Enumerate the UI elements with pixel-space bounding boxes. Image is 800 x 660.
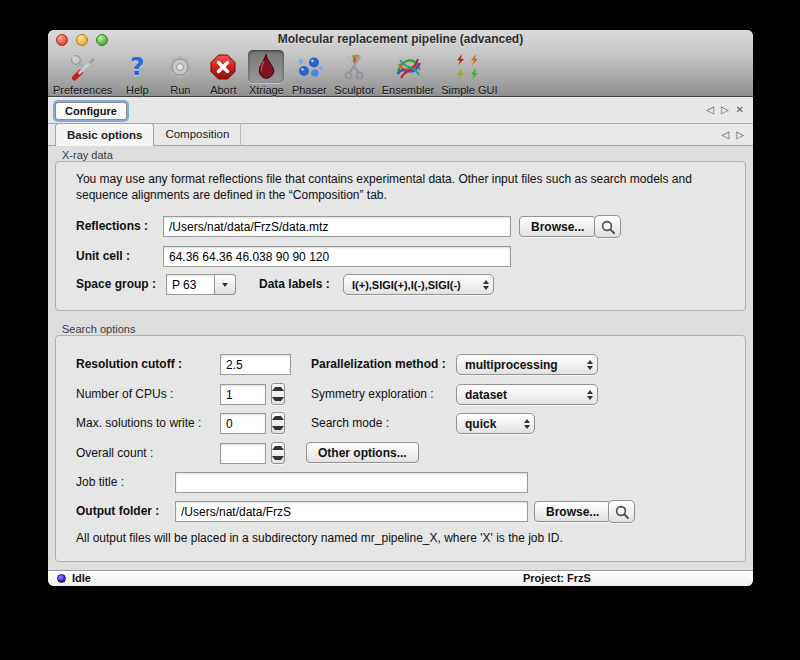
tab-basic-options[interactable]: Basic options xyxy=(55,123,154,146)
document-tab-row: Configure ◁ ▷ ✕ xyxy=(48,97,753,124)
space-group-label: Space group : xyxy=(76,277,156,291)
space-group-input[interactable] xyxy=(166,274,215,295)
search-group-box: Resolution cutoff : Parallelization meth… xyxy=(55,335,746,562)
search-mode-label: Search mode : xyxy=(311,416,389,430)
data-labels-label: Data labels : xyxy=(259,277,330,291)
nav-prev-icon[interactable]: ◁ xyxy=(706,105,714,115)
toolbar-label: Sculptor xyxy=(334,84,374,96)
resolution-cutoff-label: Resolution cutoff : xyxy=(76,357,182,371)
number-of-cpus-label: Number of CPUs : xyxy=(76,387,173,401)
unit-cell-label: Unit cell : xyxy=(76,249,130,263)
max-solutions-input[interactable] xyxy=(220,413,266,434)
overall-count-label: Overall count : xyxy=(76,446,153,460)
toolbar-button-phaser[interactable]: Phaser xyxy=(291,50,327,96)
toolbar-label: Xtriage xyxy=(249,84,284,96)
max-solutions-label: Max. solutions to write : xyxy=(76,416,201,430)
toolbar-button-xtriage[interactable]: Xtriage xyxy=(248,50,284,96)
document-tab-nav: ◁ ▷ ✕ xyxy=(706,97,744,123)
popup-arrows-icon xyxy=(483,275,489,294)
nav-next-icon[interactable]: ▷ xyxy=(736,130,744,140)
symmetry-exploration-popup[interactable]: dataset xyxy=(456,384,598,405)
tab-strip: Basic options Composition ◁ ▷ xyxy=(48,124,753,146)
toolbar-button-abort[interactable]: Abort xyxy=(205,50,241,96)
reflections-input[interactable] xyxy=(163,216,511,237)
app-window: Molecular replacement pipeline (advanced… xyxy=(48,30,753,586)
window-chrome: Molecular replacement pipeline (advanced… xyxy=(48,30,753,97)
popup-arrows-icon xyxy=(524,414,530,433)
output-folder-input[interactable] xyxy=(175,501,528,522)
magnifier-icon xyxy=(614,504,630,520)
ribbons-icon xyxy=(390,50,426,83)
resolution-cutoff-input[interactable] xyxy=(220,354,291,375)
stop-icon xyxy=(205,50,241,83)
output-folder-browse-button[interactable]: Browse... xyxy=(534,501,611,522)
magnifier-icon xyxy=(600,219,616,235)
titlebar: Molecular replacement pipeline (advanced… xyxy=(48,30,753,49)
number-of-cpus-input[interactable] xyxy=(220,384,266,405)
molecules-icon xyxy=(291,50,327,83)
close-window-button[interactable] xyxy=(56,34,68,46)
toolbar-button-preferences[interactable]: Preferences xyxy=(53,50,112,96)
toolbar-button-sculptor[interactable]: Sculptor xyxy=(334,50,374,96)
space-group-combo[interactable] xyxy=(166,274,236,295)
toolbar-button-simple-gui[interactable]: Simple GUI xyxy=(441,50,497,96)
toolbar-label: Abort xyxy=(210,84,236,96)
toolbar-button-help[interactable]: ? Help xyxy=(119,50,155,96)
other-options-button[interactable]: Other options... xyxy=(306,442,419,463)
tools-icon xyxy=(65,50,101,83)
gear-icon xyxy=(162,50,198,83)
nav-next-icon[interactable]: ▷ xyxy=(721,105,729,115)
tab-strip-nav: ◁ ▷ xyxy=(722,124,744,145)
zoom-window-button[interactable] xyxy=(96,34,108,46)
window-title: Molecular replacement pipeline (advanced… xyxy=(48,30,753,49)
tab-composition[interactable]: Composition xyxy=(154,123,241,146)
unit-cell-input[interactable] xyxy=(163,246,511,267)
max-solutions-stepper[interactable] xyxy=(271,412,285,434)
bolts-icon xyxy=(451,50,487,83)
search-group-label: Search options xyxy=(62,323,135,335)
data-labels-popup[interactable]: I(+),SIGI(+),I(-),SIGI(-) xyxy=(343,274,494,295)
symmetry-exploration-label: Symmetry exploration : xyxy=(311,387,434,401)
reflections-inspect-button[interactable] xyxy=(594,215,621,238)
overall-count-stepper[interactable] xyxy=(271,442,285,464)
nav-prev-icon[interactable]: ◁ xyxy=(722,130,730,140)
drop-icon xyxy=(248,50,284,83)
toolbar: Preferences ? Help xyxy=(48,49,753,96)
toolbar-label: Ensembler xyxy=(382,84,435,96)
status-text: Idle xyxy=(72,572,91,584)
toolbar-label: Help xyxy=(126,84,149,96)
basic-options-panel: X-ray data You may use any format reflec… xyxy=(48,146,753,570)
status-bar: Idle Project: FrzS xyxy=(48,570,753,586)
toolbar-label: Run xyxy=(170,84,190,96)
output-folder-inspect-button[interactable] xyxy=(608,500,635,523)
question-icon: ? xyxy=(119,50,155,83)
minimize-window-button[interactable] xyxy=(76,34,88,46)
toolbar-label: Simple GUI xyxy=(441,84,497,96)
parallelization-method-label: Parallelization method : xyxy=(311,357,446,371)
toolbar-label: Phaser xyxy=(292,84,327,96)
scissors-icon xyxy=(336,50,372,83)
search-mode-popup[interactable]: quick xyxy=(456,413,535,434)
screen: Molecular replacement pipeline (advanced… xyxy=(0,0,800,660)
popup-arrows-icon xyxy=(587,385,593,404)
xray-description: You may use any format reflections file … xyxy=(76,171,726,203)
output-note: All output files will be placed in a sub… xyxy=(76,531,563,545)
tab-configure[interactable]: Configure xyxy=(55,102,127,120)
parallelization-method-popup[interactable]: multiprocessing xyxy=(456,354,598,375)
job-title-label: Job title : xyxy=(76,475,124,489)
toolbar-button-ensembler[interactable]: Ensembler xyxy=(382,50,435,96)
reflections-label: Reflections : xyxy=(76,219,148,233)
xray-group-label: X-ray data xyxy=(62,149,113,161)
output-folder-label: Output folder : xyxy=(76,504,159,518)
dropdown-arrow-icon[interactable] xyxy=(215,274,236,295)
close-tab-icon[interactable]: ✕ xyxy=(736,105,744,115)
job-title-input[interactable] xyxy=(175,472,528,493)
toolbar-button-run[interactable]: Run xyxy=(162,50,198,96)
traffic-lights xyxy=(56,34,108,46)
number-of-cpus-stepper[interactable] xyxy=(271,383,285,405)
popup-arrows-icon xyxy=(587,355,593,374)
overall-count-input[interactable] xyxy=(220,443,266,464)
reflections-browse-button[interactable]: Browse... xyxy=(519,216,596,237)
xray-group-box: You may use any format reflections file … xyxy=(55,161,746,311)
toolbar-label: Preferences xyxy=(53,84,112,96)
